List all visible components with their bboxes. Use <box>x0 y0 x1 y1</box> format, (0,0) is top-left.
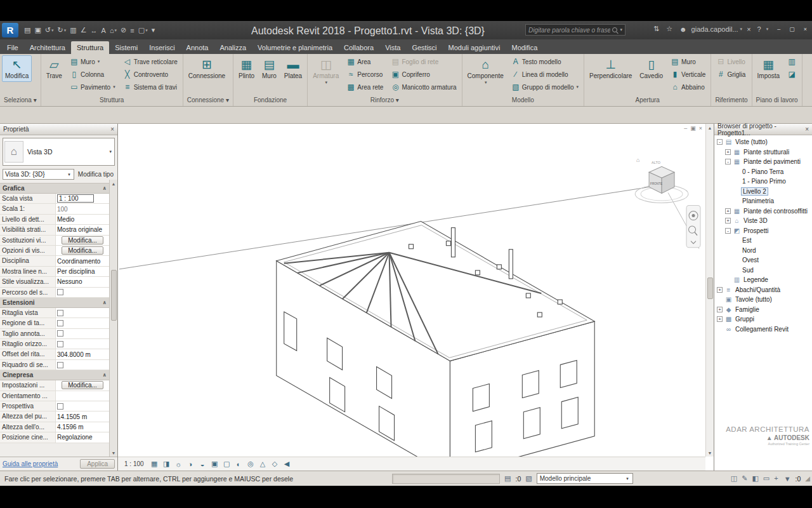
button-muro-fondazione[interactable]: ▤Muro <box>259 55 280 82</box>
expander-icon[interactable]: + <box>725 218 731 224</box>
value-stile-visualizza[interactable]: Nessuno <box>57 278 82 285</box>
minimize-button[interactable]: – <box>773 25 784 33</box>
open-file-icon[interactable]: ▤ <box>22 25 32 36</box>
tree-item-sud[interactable]: Sud <box>714 265 812 276</box>
value-altezza-dell-o[interactable]: 4.1596 m <box>57 424 84 431</box>
reveal-hidden-icon[interactable]: ◎ <box>246 460 256 468</box>
button-modifica[interactable]: ↖Modifica <box>2 55 32 82</box>
button-platea[interactable]: ▬Platea <box>281 55 305 82</box>
expander-icon[interactable]: + <box>725 149 731 155</box>
3d-view-canvas[interactable]: FRONTE ALTO ⌂ <box>118 124 714 471</box>
button-componente[interactable]: ⌂Componente▾ <box>464 55 507 87</box>
tree-item-gruppi[interactable]: +▩Gruppi <box>714 314 812 324</box>
aligned-dimension-icon[interactable]: ↔ <box>89 25 100 36</box>
value-offset-del-rita[interactable]: 304.8000 m <box>57 351 91 358</box>
viewcube-home-icon[interactable]: ⌂ <box>636 157 639 163</box>
properties-close-icon[interactable]: × <box>110 126 114 133</box>
button-copriferro[interactable]: ▣Copriferro <box>388 68 459 81</box>
scroll-down-icon[interactable]: ▼ <box>112 449 116 457</box>
redo-icon[interactable]: ↻▾ <box>56 25 69 36</box>
button-trave[interactable]: ▱Trave <box>43 55 65 82</box>
tab-struttura[interactable]: Struttura <box>71 41 109 54</box>
button-verticale[interactable]: ▮Verticale <box>667 68 709 81</box>
project-browser-close-icon[interactable]: × <box>805 126 809 133</box>
scale-button[interactable]: 1 : 100 <box>121 459 148 469</box>
button-opzioni-di-vis[interactable]: Modifica... <box>62 246 103 255</box>
restore-button[interactable]: ▢ <box>785 25 799 33</box>
button-visualizzatore-piano[interactable]: ◪ <box>784 68 799 81</box>
collapse-bar-icon[interactable]: ◀ <box>282 460 292 468</box>
checkbox-riquadro-di-se[interactable] <box>57 362 63 368</box>
edit-type-button[interactable]: Modifica tipo <box>77 170 115 178</box>
tree-item-tavole-tutto[interactable]: ▣Tavole (tutto) <box>714 295 812 305</box>
checkbox-prospettiva[interactable] <box>57 403 63 410</box>
value-visibilit-strati[interactable]: Mostra originale <box>57 226 102 233</box>
switch-windows-icon[interactable]: ▢▾ <box>136 25 150 36</box>
button-armatura[interactable]: ◫Armatura▾ <box>310 55 342 87</box>
tree-item-livello-2[interactable]: Livello 2 <box>714 187 812 197</box>
value-mostra-linee-n[interactable]: Per disciplina <box>57 268 95 275</box>
tree-item-abachi-quantit[interactable]: +≡Abachi/Quantità <box>714 285 812 295</box>
button-area-rete[interactable]: ▩Area rete <box>343 81 386 93</box>
expander-icon[interactable]: + <box>725 208 731 214</box>
undo-icon[interactable]: ↺▾ <box>43 25 56 36</box>
show-crop-icon[interactable]: ▢ <box>221 460 232 468</box>
panel-label-seleziona[interactable]: Seleziona ▾ <box>0 96 41 106</box>
thin-lines-icon[interactable]: ≡ <box>128 25 136 36</box>
scrollbar-thumb[interactable] <box>111 270 117 321</box>
drawing-area[interactable]: FRONTE ALTO ⌂ – ▣ × ▲ <box>118 124 714 471</box>
tab-file[interactable]: File <box>1 41 24 54</box>
button-foglio-di-rete[interactable]: ▤Foglio di rete <box>388 55 459 68</box>
exclude-options-icon[interactable]: ▭ <box>762 474 771 483</box>
button-muro[interactable]: ▤Muro▾ <box>67 55 119 68</box>
worksets-icon[interactable]: ▤ <box>503 474 512 483</box>
tab-vista[interactable]: Vista <box>379 41 406 54</box>
tab-sistemi[interactable]: Sistemi <box>109 41 143 54</box>
panel-label-connessione[interactable]: Connessione ▾ <box>183 96 233 106</box>
favorites-icon[interactable]: ☆ <box>664 23 674 34</box>
checkbox-percorso-del-s[interactable] <box>57 289 63 295</box>
section-cinepresa[interactable]: Cinepresa∧ <box>0 370 109 380</box>
design-options-icon[interactable]: ◧ <box>750 474 759 483</box>
button-abbaino[interactable]: ⌂Abbaino <box>667 81 709 93</box>
viewcube[interactable]: FRONTE ALTO ⌂ <box>635 157 688 203</box>
canvas-scroll-down-icon[interactable]: ▼ <box>708 449 712 457</box>
expander-icon[interactable]: - <box>725 228 731 234</box>
button-plinto[interactable]: ▦Plinto <box>235 55 258 82</box>
building-model[interactable] <box>277 222 594 471</box>
constraints-icon[interactable]: ◇ <box>270 460 280 468</box>
value-scala-1[interactable]: 100 <box>57 206 68 213</box>
communication-close-icon[interactable]: × <box>745 24 752 34</box>
properties-help-link[interactable]: Guida alle proprietà <box>3 460 58 467</box>
navigation-bar[interactable] <box>686 205 700 247</box>
tree-item-piante-dei-controsoffitti[interactable]: +▦Piante dei controsoffitti <box>714 206 812 217</box>
properties-scrollbar[interactable]: ▲ ▼ <box>109 180 117 457</box>
expander-icon[interactable]: - <box>717 139 723 145</box>
customize-toolbar-icon[interactable]: ▾ <box>150 25 157 36</box>
tab-annota[interactable]: Annota <box>181 41 214 54</box>
tree-item-legende[interactable]: ▥Legende <box>714 275 812 285</box>
text-icon[interactable]: A <box>100 25 108 36</box>
design-option-icon[interactable]: ▧ <box>524 474 533 483</box>
user-account[interactable]: giada.capodil... ▾ <box>691 25 743 33</box>
button-sostituzioni-vi[interactable]: Modifica... <box>62 236 103 244</box>
value-disciplina[interactable]: Coordinamento <box>57 258 100 265</box>
help-icon[interactable]: ? <box>756 24 763 34</box>
button-connessione[interactable]: ⊞Connessione <box>185 55 228 82</box>
crop-view-icon[interactable]: ▣ <box>209 460 220 468</box>
section-estensioni[interactable]: Estensioni∧ <box>0 298 109 308</box>
button-colonna[interactable]: ▯Colonna <box>67 68 119 81</box>
button-griglia[interactable]: #Griglia <box>713 68 749 81</box>
value-altezza-del-pu[interactable]: 14.1505 m <box>57 413 87 420</box>
render-icon[interactable]: ◒ <box>197 460 208 468</box>
tab-volumetrie-e-planimetria[interactable]: Volumetrie e planimetria <box>252 41 338 54</box>
view-restore-icon[interactable]: ▣ <box>690 125 696 131</box>
checkbox-taglio-annota[interactable] <box>57 330 63 337</box>
tree-item-nord[interactable]: Nord <box>714 246 812 256</box>
sign-in-icon[interactable]: ☻ <box>678 23 689 34</box>
select-toggle-icon[interactable]: + <box>773 474 779 483</box>
help-dropdown-icon[interactable]: ▾ <box>766 27 769 32</box>
view-minimize-icon[interactable]: – <box>684 125 687 131</box>
tree-item-collegamenti-revit[interactable]: ∞Collegamenti Revit <box>714 324 812 335</box>
tab-analizza[interactable]: Analizza <box>214 41 252 54</box>
